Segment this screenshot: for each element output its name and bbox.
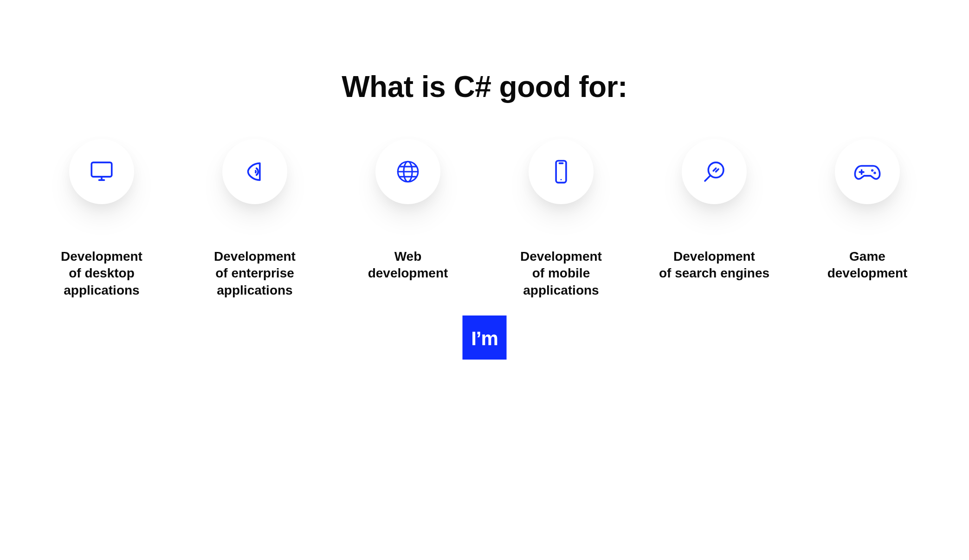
globe-icon [394,158,421,185]
item-label: Development of desktop applications [61,248,142,299]
diagram-stage: What is C# good for: Development of desk… [0,0,969,560]
item-label: Development of search engines [659,248,769,282]
icon-circle [222,139,287,204]
svg-rect-0 [91,162,112,177]
brand-logo-text: I’m [471,329,498,348]
icon-circle [375,139,440,204]
item-label: Web development [368,248,448,282]
icon-circle [835,139,900,204]
item-label: Game development [827,248,908,282]
item-label: Development of mobile applications [520,248,602,299]
gamepad-icon [853,158,882,185]
item-game: Game development [812,139,923,299]
speaker-icon [241,158,268,185]
items-row: Development of desktop applications Deve… [0,139,969,299]
magnifier-icon [701,158,728,185]
icon-circle [529,139,594,204]
svg-line-10 [705,176,710,181]
icon-circle [682,139,747,204]
svg-point-15 [872,170,873,171]
item-label: Development of enterprise applications [214,248,296,299]
svg-point-8 [561,179,562,180]
page-title: What is C# good for: [0,70,969,104]
item-mobile: Development of mobile applications [505,139,617,299]
svg-point-16 [874,173,875,174]
item-search: Development of search engines [659,139,770,299]
icon-circle [69,139,134,204]
brand-logo: I’m [463,315,507,360]
svg-line-11 [713,168,716,171]
phone-icon [548,158,575,185]
item-web: Web development [352,139,464,299]
item-desktop: Development of desktop applications [46,139,157,299]
monitor-icon [88,158,115,185]
item-enterprise: Development of enterprise applications [199,139,310,299]
svg-line-12 [716,169,718,172]
